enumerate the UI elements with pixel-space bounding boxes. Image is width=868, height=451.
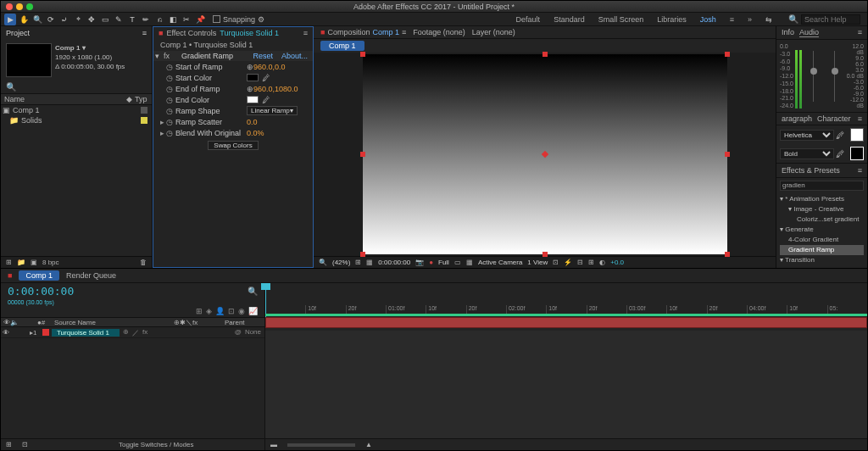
zoom-tool-icon[interactable]: 🔍 (31, 14, 43, 25)
channel-icon[interactable]: ● (429, 259, 433, 266)
swap-colors-button[interactable]: Swap Colors (208, 141, 258, 150)
col-name[interactable]: Name (1, 94, 123, 104)
text-tool-icon[interactable]: T (126, 14, 138, 25)
stroke-color-swatch[interactable] (850, 147, 864, 160)
paragraph-panel-tab[interactable]: aragraph (782, 114, 812, 123)
rectangle-tool-icon[interactable]: ▭ (99, 14, 111, 25)
project-search-icon[interactable]: 🔍 (6, 82, 16, 92)
selection-tool-icon[interactable]: ▶ (4, 14, 16, 25)
zoom-value[interactable]: (42%) (332, 259, 350, 266)
expand-arrow-icon[interactable]: ▸ (159, 129, 165, 137)
orbit-tool-icon[interactable]: ⟳ (45, 14, 57, 25)
tree-animation-presets[interactable]: * Animation Presets (780, 194, 864, 204)
region-icon[interactable]: ▭ (454, 259, 461, 266)
audio-slider-l[interactable] (804, 43, 823, 109)
effect-controls-layer[interactable]: Turquoise Solid 1 (220, 29, 279, 37)
transform-handle[interactable] (725, 252, 730, 257)
timeline-icon[interactable]: ⊟ (577, 259, 583, 266)
comp-thumbnail[interactable] (6, 43, 52, 77)
font-family-select[interactable]: Helvetica (780, 130, 834, 141)
workspace-chevrons-icon[interactable]: » (742, 14, 758, 25)
panel-menu-icon[interactable]: ≡ (858, 114, 862, 123)
graph-editor-icon[interactable]: 📈 (248, 307, 258, 315)
layer-label-color[interactable] (42, 329, 49, 336)
search-input[interactable] (801, 14, 860, 25)
stopwatch-icon[interactable]: ◷ (165, 96, 174, 104)
audio-panel-tab[interactable]: Audio (799, 28, 819, 37)
draft3d-icon[interactable]: ◈ (206, 307, 212, 315)
views-select[interactable]: 1 View (527, 259, 548, 266)
effects-search-input[interactable] (780, 181, 864, 191)
parent-select[interactable]: None (245, 328, 261, 337)
end-color-swatch[interactable] (247, 96, 259, 103)
label-swatch[interactable] (141, 107, 147, 114)
character-panel-tab[interactable]: Character (817, 114, 851, 123)
panel-menu-icon[interactable]: ≡ (858, 28, 862, 37)
panel-menu-icon[interactable]: ≡ (303, 29, 308, 37)
effect-reset[interactable]: Reset (253, 52, 273, 60)
transform-handle[interactable] (542, 252, 548, 257)
crosshair-icon[interactable]: ⊕ (247, 63, 253, 71)
tl-foot-icon[interactable]: ⊡ (22, 441, 28, 448)
sync-settings-icon[interactable]: ⇆ (760, 14, 778, 25)
col-type[interactable]: Typ (131, 94, 152, 104)
start-color-swatch[interactable] (247, 74, 259, 81)
av-cols[interactable]: 👁🔈 (1, 319, 35, 326)
toggle-switches[interactable]: Toggle Switches / Modes (119, 441, 194, 448)
snapshot-icon[interactable]: 📷 (415, 259, 424, 266)
trash-icon[interactable]: 🗑 (140, 259, 147, 266)
workspace-user[interactable]: Josh (694, 14, 722, 25)
time-display[interactable]: 0:00:00:00 (378, 259, 410, 266)
rotate-tool-icon[interactable]: ⤾ (58, 14, 70, 25)
timeline-layer-row[interactable]: 👁 ▸ 1 Turquoise Solid 1 ⊕ ／ fx @ None (1, 327, 264, 338)
effect-name[interactable]: Gradient Ramp (181, 52, 233, 60)
pen-tool-icon[interactable]: ✎ (113, 14, 125, 25)
zoom-in-icon[interactable]: ▲ (365, 441, 372, 448)
ramp-shape-select[interactable]: Linear Ramp ▾ (247, 106, 298, 115)
transform-handle[interactable] (725, 52, 730, 57)
project-row-solids[interactable]: 📁 Solids (1, 115, 152, 125)
col-label-icon[interactable]: ◆ (123, 94, 131, 104)
hand-tool-icon[interactable]: ✋ (18, 14, 30, 25)
project-panel-title[interactable]: Project (6, 29, 30, 37)
snapping-toggle[interactable]: Snapping ⚙ (213, 15, 264, 24)
info-panel-tab[interactable]: Info (782, 28, 794, 37)
interpret-icon[interactable]: ⊞ (6, 259, 12, 266)
bpc-label[interactable]: 8 bpc (42, 259, 59, 266)
eyedropper-icon[interactable]: 🖉 (262, 96, 270, 104)
puppet-tool-icon[interactable]: 📌 (194, 14, 206, 25)
work-area-bar[interactable] (265, 314, 867, 316)
workspace-standard[interactable]: Standard (548, 14, 591, 25)
comp-name[interactable]: Comp 1 ▾ (55, 43, 125, 53)
panel-menu-icon[interactable]: ≡ (142, 29, 147, 37)
stopwatch-icon[interactable]: ◷ (165, 63, 174, 71)
search-icon[interactable]: 🔍 (248, 287, 258, 296)
transform-handle[interactable] (360, 152, 365, 157)
panel-menu-icon[interactable]: ≡ (858, 166, 862, 175)
stopwatch-icon[interactable]: ◷ (165, 85, 174, 93)
reset-exposure-icon[interactable]: ◐ (599, 259, 605, 266)
brush-tool-icon[interactable]: ✏ (140, 14, 152, 25)
layer-num-col[interactable]: ●# (35, 319, 52, 326)
stopwatch-icon[interactable]: ◷ (165, 129, 174, 137)
eyedropper-icon[interactable]: 🖉 (836, 131, 844, 140)
new-comp-icon[interactable]: ▣ (31, 259, 37, 266)
playback-icon[interactable]: ▦ (366, 259, 373, 266)
workspace-small-screen[interactable]: Small Screen (593, 14, 650, 25)
eraser-tool-icon[interactable]: ◧ (167, 14, 179, 25)
effect-about[interactable]: About... (281, 52, 308, 60)
tree-transition[interactable]: Transition (780, 255, 864, 265)
tree-item[interactable]: Coloriz...set gradient (780, 214, 864, 225)
start-of-ramp-value[interactable]: 960.0,0.0 (253, 63, 286, 71)
current-time[interactable]: 0:00:00:00 (8, 285, 74, 298)
crosshair-icon[interactable]: ⊕ (247, 85, 253, 93)
eyedropper-icon[interactable]: 🖉 (836, 149, 844, 159)
stopwatch-icon[interactable]: ◷ (165, 74, 174, 82)
comp-canvas[interactable] (363, 54, 727, 254)
panel-menu-icon[interactable]: ≡ (402, 28, 406, 36)
parent-pickwhip-icon[interactable]: @ (235, 328, 242, 337)
fx-badge[interactable]: fx (142, 328, 147, 337)
composition-viewer[interactable] (314, 53, 776, 256)
tree-image-creative[interactable]: Image - Creative (780, 204, 864, 214)
ramp-scatter-value[interactable]: 0.0 (247, 118, 258, 126)
